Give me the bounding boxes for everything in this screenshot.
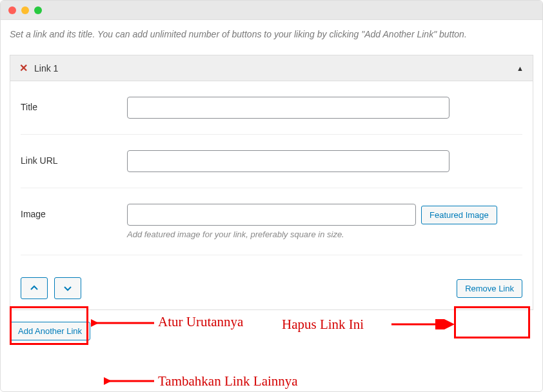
bottom-actions: Add Another Link — [10, 322, 533, 340]
remove-link-button[interactable]: Remove Link — [457, 279, 522, 298]
field-row-title: Title — [21, 97, 522, 135]
order-buttons — [21, 277, 81, 299]
close-icon[interactable]: ✕ — [19, 62, 28, 74]
description-text: Set a link and its title. You can add un… — [10, 29, 533, 39]
collapse-icon[interactable]: ▲ — [517, 64, 524, 72]
field-row-image: Image Featured Image Add featured image … — [21, 204, 522, 255]
image-hint: Add featured image for your link, prefer… — [127, 230, 522, 239]
window-maximize-icon[interactable] — [34, 6, 42, 14]
url-input[interactable] — [127, 150, 449, 172]
image-input[interactable] — [127, 204, 416, 226]
window: Set a link and its title. You can add un… — [0, 0, 543, 392]
move-down-button[interactable] — [54, 277, 81, 299]
panel-body: Title Link URL Image — [10, 81, 533, 309]
url-label: Link URL — [21, 150, 127, 166]
move-up-button[interactable] — [21, 277, 48, 299]
link-panel: ✕ Link 1 ▲ Title Link URL — [10, 55, 533, 310]
annotation-label-add: Tambahkan Link Lainnya — [158, 373, 298, 389]
panel-title: Link 1 — [34, 63, 58, 74]
panel-footer: Remove Link — [21, 271, 522, 299]
titlebar — [1, 1, 542, 20]
url-input-wrap — [127, 150, 522, 172]
chevron-down-icon — [63, 284, 72, 293]
window-close-icon[interactable] — [8, 6, 16, 14]
title-input[interactable] — [127, 97, 449, 119]
title-label: Title — [21, 97, 127, 112]
image-input-wrap: Featured Image Add featured image for yo… — [127, 204, 522, 239]
annotation-arrow-add — [104, 376, 155, 386]
add-another-link-button[interactable]: Add Another Link — [10, 322, 90, 340]
chevron-up-icon — [30, 284, 39, 293]
window-minimize-icon[interactable] — [21, 6, 29, 14]
panel-header-left: ✕ Link 1 — [19, 62, 58, 74]
panel-header[interactable]: ✕ Link 1 ▲ — [10, 55, 533, 81]
content: Set a link and its title. You can add un… — [1, 20, 542, 349]
title-input-wrap — [127, 97, 522, 119]
field-row-url: Link URL — [21, 150, 522, 188]
featured-image-button[interactable]: Featured Image — [421, 206, 497, 224]
image-label: Image — [21, 204, 127, 219]
